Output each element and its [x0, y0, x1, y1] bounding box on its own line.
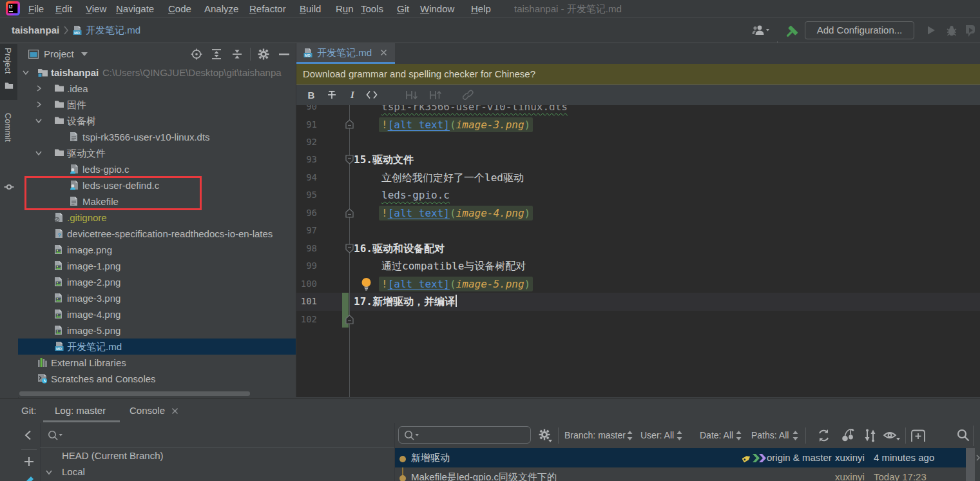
tree-row-qudongwenjian[interactable]: 驱动文件 [18, 145, 296, 161]
tree-row-image-5-png[interactable]: image-5.png [18, 322, 296, 339]
menu-analyze[interactable]: Analyze [204, 0, 238, 17]
users-icon[interactable] [751, 25, 771, 36]
menu-window[interactable]: Window [420, 0, 454, 17]
commit-row[interactable]: Makefile是led-gpio.c同级文件下的 xuxinyi Today … [395, 467, 966, 481]
editor-text-area[interactable]: 90 91 92 93 94 95 96 97 98 99 100 101 10… [296, 105, 980, 397]
tab-console[interactable]: Console [130, 398, 165, 423]
tree-row-image-png[interactable]: image.png [18, 242, 296, 258]
menu-refactor[interactable]: Refactor [249, 0, 286, 17]
menu-tools[interactable]: Tools [361, 0, 383, 17]
menu-run[interactable]: Run [336, 0, 354, 17]
search-icon[interactable] [957, 429, 970, 442]
tree-row-image-1-png[interactable]: image-1.png [18, 258, 296, 274]
menu-file[interactable]: File [28, 0, 44, 17]
commit-row[interactable]: 新增驱动 origin & master xuxinyi 4 minutes a… [395, 448, 966, 467]
tree-row-image-3-png[interactable]: image-3.png [18, 290, 296, 306]
build-hammer-icon[interactable] [783, 25, 799, 40]
add-configuration-button[interactable]: Add Configuration... [805, 21, 914, 39]
profiler-icon[interactable] [964, 24, 977, 38]
filter-user[interactable]: User: All [640, 423, 674, 447]
filter-paths[interactable]: Paths: All [751, 423, 789, 447]
menu-git[interactable]: Git [397, 0, 409, 17]
header-up-icon[interactable] [428, 88, 443, 102]
branch-item-local[interactable]: Local [62, 464, 384, 480]
intellisort-icon[interactable] [863, 429, 876, 442]
debug-icon[interactable] [945, 25, 959, 37]
strikethrough-icon[interactable] [325, 88, 339, 102]
tab-kaifabiji-md[interactable]: MD 开发笔记.md [296, 43, 395, 62]
notification-banner[interactable]: Download grammar and spelling checker fo… [296, 64, 980, 85]
tree-row-kaifabiji-md[interactable]: MD 开发笔记.md [18, 339, 296, 355]
chevron-down-icon[interactable] [22, 68, 30, 76]
tree-row-leds-gpio-c[interactable]: leds-gpio.c [18, 161, 296, 177]
menu-edit[interactable]: Edit [55, 0, 72, 17]
chevron-down-icon[interactable] [35, 149, 43, 157]
branch-item-head[interactable]: HEAD (Current Branch) [62, 447, 384, 464]
tree-row-shebeishu[interactable]: 设备树 [18, 113, 296, 129]
search-icon[interactable] [48, 430, 63, 441]
fold-region-marker[interactable] [345, 315, 354, 324]
menu-help[interactable]: Help [471, 0, 491, 17]
tree-row-scratches[interactable]: Scratches and Consoles [18, 371, 296, 387]
eye-icon[interactable] [883, 429, 901, 442]
italic-icon[interactable]: I [345, 88, 360, 102]
tree-row-gitignore[interactable]: .gitignore [18, 210, 296, 226]
chevron-right-icon[interactable] [35, 101, 43, 108]
back-arrow-icon[interactable] [24, 430, 32, 440]
menu-code[interactable]: Code [168, 0, 191, 17]
breadcrumb-project[interactable]: taishanpai [12, 18, 59, 43]
image-file-icon [54, 325, 62, 335]
link-icon[interactable] [461, 88, 476, 102]
tree-row-guijian[interactable]: 固件 [18, 97, 296, 113]
settings-gear-icon[interactable] [539, 429, 554, 443]
edit-pencil-icon[interactable] [24, 476, 35, 481]
image-file-icon [54, 244, 62, 255]
tree-horizontal-scrollbar[interactable] [19, 391, 250, 396]
tree-row-idea[interactable]: .idea [18, 81, 296, 97]
header-down-icon[interactable] [405, 88, 419, 102]
commits-scrollbar[interactable] [966, 448, 975, 481]
tree-row-dts-file[interactable]: tspi-rk3566-user-v10-linux.dts [18, 129, 296, 145]
chevron-right-icon[interactable] [35, 84, 43, 92]
new-tab-icon[interactable] [910, 429, 926, 442]
close-icon[interactable] [380, 49, 387, 56]
chevron-down-icon[interactable] [45, 468, 53, 476]
bold-icon[interactable]: B [304, 88, 318, 102]
add-icon[interactable] [24, 456, 34, 467]
run-icon[interactable] [926, 25, 936, 35]
window-title: taishanpai - 开发笔记.md [514, 0, 622, 17]
updown-icon [793, 431, 798, 440]
filter-branch[interactable]: Branch: master [564, 423, 626, 447]
chevron-down-icon[interactable] [35, 117, 43, 124]
stripe-project-button[interactable]: Project [0, 44, 17, 100]
menu-view[interactable]: View [86, 0, 106, 17]
close-icon[interactable] [171, 407, 178, 415]
git-tool-window: Git: Log: master Console [0, 398, 980, 481]
locate-file-icon[interactable] [191, 48, 202, 60]
hide-panel-icon[interactable] [279, 54, 289, 55]
code-span-icon[interactable] [365, 88, 379, 102]
commit-search-field[interactable] [398, 426, 531, 444]
cherry-pick-icon[interactable] [841, 428, 855, 442]
tree-row-devicetree-spec[interactable]: ? devicetree-specification-readthedocs-i… [18, 226, 296, 242]
tab-log-master[interactable]: Log: master [55, 398, 106, 423]
menu-build[interactable]: Build [300, 0, 321, 17]
header-separator [250, 48, 251, 61]
refresh-icon[interactable] [817, 429, 831, 442]
git-branches-panel: HEAD (Current Branch) Local [40, 423, 395, 481]
commit-stripe-icon [4, 182, 14, 192]
breadcrumb-file[interactable]: 开发笔记.md [86, 18, 140, 43]
collapse-all-icon[interactable] [231, 48, 243, 60]
tree-row-external-libraries[interactable]: External Libraries [18, 355, 296, 371]
code-line-91: ![alt text](image-3.png) [296, 116, 980, 134]
project-dropdown-icon[interactable] [81, 52, 88, 56]
filter-date[interactable]: Date: All [700, 423, 733, 447]
menu-navigate[interactable]: Navigate [116, 0, 154, 17]
image-file-icon [54, 293, 62, 303]
project-panel-title[interactable]: Project [44, 43, 74, 64]
settings-gear-icon[interactable] [258, 48, 269, 60]
tree-row-taishanpai[interactable]: taishanpai C:\Users\QINGJUE\Desktop\git\… [18, 64, 296, 81]
tree-row-image-4-png[interactable]: image-4.png [18, 306, 296, 322]
expand-all-icon[interactable] [211, 48, 222, 60]
tree-row-image-2-png[interactable]: image-2.png [18, 274, 296, 290]
